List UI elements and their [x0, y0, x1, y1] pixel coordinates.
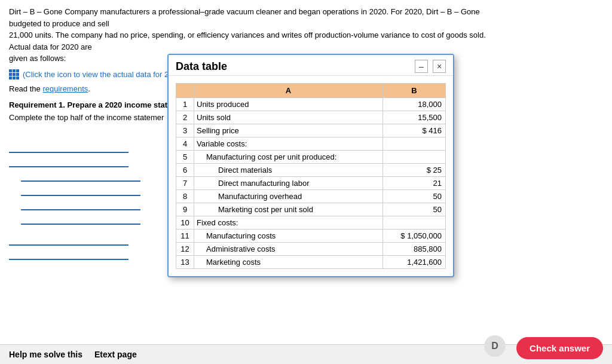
- modal-body: A B 1Units produced18,0002Units sold15,5…: [169, 76, 453, 276]
- table-row: 4Variable costs:: [176, 137, 446, 151]
- table-cell-label: Fixed costs:: [194, 216, 383, 230]
- modal-close-button[interactable]: ×: [433, 60, 446, 73]
- table-row: 12Administrative costs885,800: [176, 243, 446, 256]
- table-cell-label: Selling price: [194, 124, 383, 137]
- input-row-8: [9, 247, 164, 260]
- table-cell-value: 1,421,600: [382, 256, 445, 269]
- table-cell-label: Direct materials: [194, 164, 383, 177]
- table-cell-value: 15,500: [382, 111, 445, 124]
- table-row: 11Manufacturing costs$ 1,050,000: [176, 230, 446, 243]
- input-field-4[interactable]: [21, 183, 140, 196]
- table-row: 1Units produced18,000: [176, 98, 446, 111]
- input-row-4: [21, 183, 164, 196]
- data-table-modal: Data table – × A B 1Units produced18,000…: [167, 54, 454, 277]
- table-cell-value: [382, 151, 445, 164]
- table-row: 13Marketing costs1,421,600: [176, 256, 446, 269]
- table-cell-label: Manufacturing overhead: [194, 190, 383, 203]
- input-row-7: [9, 233, 164, 246]
- table-cell-rownum: 8: [176, 190, 194, 203]
- table-cell-value: [382, 216, 445, 230]
- input-field-6[interactable]: [21, 212, 140, 225]
- table-cell-value: 21: [382, 177, 445, 190]
- table-cell-rownum: 10: [176, 216, 194, 230]
- d-circle-button[interactable]: D: [484, 335, 506, 357]
- table-cell-value: [382, 137, 445, 151]
- modal-minimize-button[interactable]: –: [415, 60, 428, 73]
- table-cell-label: Units produced: [194, 98, 383, 111]
- table-cell-value: $ 1,050,000: [382, 230, 445, 243]
- table-cell-rownum: 12: [176, 243, 194, 256]
- table-row: 5Manufacturing cost per unit produced:: [176, 151, 446, 164]
- input-row-6: [21, 212, 164, 225]
- table-row: 8Manufacturing overhead50: [176, 190, 446, 203]
- col-header-b: B: [382, 84, 445, 98]
- table-cell-label: Marketing costs: [194, 256, 383, 269]
- input-row-1: [9, 140, 164, 153]
- table-row: 7Direct manufacturing labor21: [176, 177, 446, 190]
- table-cell-rownum: 13: [176, 256, 194, 269]
- table-cell-rownum: 1: [176, 98, 194, 111]
- help-me-solve-link[interactable]: Help me solve this: [9, 350, 82, 359]
- input-row-3: [21, 169, 164, 182]
- table-cell-label: Marketing cost per unit sold: [194, 203, 383, 216]
- table-cell-label: Units sold: [194, 111, 383, 124]
- data-table: A B 1Units produced18,0002Units sold15,5…: [176, 83, 446, 269]
- input-row-5: [21, 198, 164, 210]
- table-row: 2Units sold15,500: [176, 111, 446, 124]
- table-cell-label: Manufacturing costs: [194, 230, 383, 243]
- table-cell-rownum: 3: [176, 124, 194, 137]
- table-cell-rownum: 2: [176, 111, 194, 124]
- input-field-3[interactable]: [21, 169, 140, 182]
- col-header-a: A: [194, 84, 383, 98]
- table-cell-value: 50: [382, 203, 445, 216]
- input-field-8[interactable]: [9, 247, 128, 260]
- table-cell-label: Direct manufacturing labor: [194, 177, 383, 190]
- table-cell-value: $ 416: [382, 124, 445, 137]
- col-header-empty: [176, 84, 194, 98]
- input-field-1[interactable]: [9, 140, 128, 153]
- table-cell-rownum: 5: [176, 151, 194, 164]
- input-row-2: [9, 155, 164, 167]
- input-section: [9, 140, 164, 260]
- requirements-link[interactable]: requirements: [42, 84, 88, 93]
- modal-title: Data table: [176, 60, 227, 73]
- input-field-5[interactable]: [21, 198, 140, 210]
- table-cell-label: Variable costs:: [194, 137, 383, 151]
- table-cell-rownum: 6: [176, 164, 194, 177]
- table-cell-rownum: 9: [176, 203, 194, 216]
- input-field-7[interactable]: [9, 233, 128, 246]
- etext-page-link[interactable]: Etext page: [94, 350, 137, 359]
- table-cell-value: 50: [382, 190, 445, 203]
- table-cell-rownum: 7: [176, 177, 194, 190]
- table-row: 3Selling price$ 416: [176, 124, 446, 137]
- data-table-icon[interactable]: [9, 69, 19, 79]
- table-cell-value: 885,800: [382, 243, 445, 256]
- modal-controls: – ×: [415, 60, 446, 73]
- table-row: 6Direct materials$ 25: [176, 164, 446, 177]
- table-cell-rownum: 4: [176, 137, 194, 151]
- table-cell-label: Manufacturing cost per unit produced:: [194, 151, 383, 164]
- table-cell-rownum: 11: [176, 230, 194, 243]
- table-cell-value: $ 25: [382, 164, 445, 177]
- modal-header: Data table – ×: [169, 55, 453, 76]
- table-cell-label: Administrative costs: [194, 243, 383, 256]
- icon-link-text[interactable]: (Click the icon to view the actual data …: [23, 70, 186, 79]
- check-answer-button[interactable]: Check answer: [516, 337, 603, 359]
- table-row: 10Fixed costs:: [176, 216, 446, 230]
- table-row: 9Marketing cost per unit sold50: [176, 203, 446, 216]
- table-cell-value: 18,000: [382, 98, 445, 111]
- input-field-2[interactable]: [9, 155, 128, 167]
